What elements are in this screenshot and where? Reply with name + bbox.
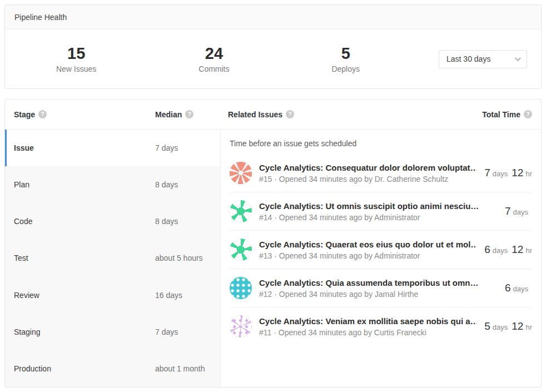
help-icon[interactable]: ?	[286, 110, 294, 118]
related-issues-panel: Time before an issue gets scheduled Cycl…	[220, 130, 541, 387]
stat-new-issues: 15 New Issues	[56, 44, 96, 73]
issue-total-time: 7days12hr	[484, 167, 532, 179]
time-value: 12	[512, 167, 523, 179]
column-header-related-issues: Related Issues ?	[228, 110, 355, 119]
help-icon[interactable]: ?	[524, 110, 532, 118]
author-avatar[interactable]	[230, 315, 252, 338]
stage-median: 8 days	[155, 217, 178, 226]
stage-label: Staging	[5, 328, 155, 336]
table-body: Issue 7 days Plan 8 days Code 8 days Tes…	[5, 130, 541, 387]
time-value: 5	[484, 320, 490, 333]
stage-row-code[interactable]: Code 8 days	[5, 203, 220, 240]
stat-deploys-value: 5	[331, 44, 360, 63]
stat-commits-label: Commits	[198, 64, 229, 73]
stage-row-plan[interactable]: Plan 8 days	[5, 166, 220, 203]
time-unit: hr	[525, 246, 532, 255]
issue-text: Cycle Analytics: Ut omnis suscipit optio…	[259, 201, 497, 221]
stage-row-test[interactable]: Test about 5 hours	[5, 240, 220, 276]
issue-text: Cycle Analytics: Quia assumenda temporib…	[259, 277, 497, 298]
issue-title-link[interactable]: Cycle Analytics: Veniam ex mollitia saep…	[259, 316, 476, 327]
issue-row: Cycle Analytics: Veniam ex mollitia saep…	[230, 307, 532, 345]
stage-nav: Issue 7 days Plan 8 days Code 8 days Tes…	[5, 130, 220, 387]
issue-meta: #12 · Opened 34 minutes ago by Jamal Hir…	[259, 290, 497, 299]
date-range-selected-value: Last 30 days	[446, 54, 490, 63]
issue-meta: #14 · Opened 34 minutes ago by Administr…	[259, 213, 497, 222]
summary-stats: 15 New Issues 24 Commits 5 Deploys	[5, 44, 411, 73]
stage-label: Test	[5, 254, 155, 262]
pipeline-health-header: Pipeline Health	[5, 5, 541, 29]
related-issues-header-label: Related Issues	[228, 110, 282, 119]
issue-title-link[interactable]: Cycle Analytics: Ut omnis suscipit optio…	[259, 201, 497, 212]
issue-text: Cycle Analytics: Quaerat eos eius quo do…	[259, 239, 476, 260]
stage-row-staging[interactable]: Staging 7 days	[5, 314, 220, 350]
time-unit: days	[493, 246, 508, 255]
stage-label: Code	[5, 217, 155, 226]
issue-total-time: 6days	[505, 282, 532, 294]
issue-row: Cycle Analytics: Consequatur dolor dolor…	[230, 154, 532, 192]
issue-row: Cycle Analytics: Quaerat eos eius quo do…	[230, 230, 532, 269]
issue-total-time: 7days	[505, 205, 532, 217]
stat-deploys-label: Deploys	[331, 64, 360, 73]
stage-label: Issue	[7, 143, 155, 152]
issue-title-link[interactable]: Cycle Analytics: Quia assumenda temporib…	[259, 277, 497, 289]
time-value: 7	[484, 167, 490, 179]
date-range-dropdown[interactable]: Last 30 days	[439, 50, 527, 68]
stage-median: about 1 month	[155, 364, 205, 373]
issue-meta: #13 · Opened 34 minutes ago by Administr…	[259, 251, 476, 260]
issue-row: Cycle Analytics: Quia assumenda temporib…	[230, 269, 532, 307]
issue-meta: #11 · Opened 34 minutes ago by Curtis Fr…	[259, 328, 476, 337]
stat-new-issues-value: 15	[56, 44, 96, 63]
issue-total-time: 5days12hr	[484, 320, 532, 333]
stage-row-production[interactable]: Production about 1 month	[5, 350, 220, 387]
column-header-total-time: Total Time ?	[482, 110, 541, 119]
stage-row-review[interactable]: Review 16 days	[5, 277, 220, 314]
stage-label: Production	[5, 364, 155, 373]
author-avatar[interactable]	[230, 200, 252, 222]
issue-title-link[interactable]: Cycle Analytics: Quaerat eos eius quo do…	[259, 239, 476, 250]
time-unit: days	[513, 285, 528, 293]
issue-title-link[interactable]: Cycle Analytics: Consequatur dolor dolor…	[259, 162, 476, 173]
total-time-header-label: Total Time	[482, 110, 520, 119]
issue-meta: #15 · Opened 34 minutes ago by Dr. Cathe…	[259, 175, 476, 183]
author-avatar[interactable]	[230, 277, 252, 299]
issue-list: Cycle Analytics: Consequatur dolor dolor…	[230, 154, 532, 345]
time-unit: hr	[525, 170, 532, 178]
cycle-analytics-card: Stage ? Median ? Related Issues ? Total …	[4, 99, 542, 388]
stage-median: 8 days	[155, 180, 178, 189]
issue-total-time: 6days12hr	[484, 244, 532, 256]
time-unit: days	[493, 323, 508, 331]
chevron-down-icon	[515, 55, 521, 61]
help-icon[interactable]: ?	[185, 110, 193, 118]
author-avatar[interactable]	[230, 162, 252, 184]
help-icon[interactable]: ?	[38, 110, 47, 118]
stat-commits: 24 Commits	[198, 44, 229, 73]
stage-label: Plan	[5, 180, 155, 189]
issue-row: Cycle Analytics: Ut omnis suscipit optio…	[230, 192, 532, 230]
pipeline-health-title: Pipeline Health	[14, 13, 67, 22]
stage-row-issue[interactable]: Issue 7 days	[5, 130, 220, 166]
stage-header-label: Stage	[14, 110, 35, 119]
issue-text: Cycle Analytics: Veniam ex mollitia saep…	[259, 316, 476, 336]
summary-stats-row: 15 New Issues 24 Commits 5 Deploys Last …	[5, 29, 541, 88]
median-header-label: Median	[155, 110, 182, 119]
time-value: 12	[512, 320, 523, 333]
stage-median: about 5 hours	[155, 254, 203, 262]
time-value: 12	[512, 244, 523, 256]
author-avatar[interactable]	[230, 239, 252, 261]
table-header-row: Stage ? Median ? Related Issues ? Total …	[5, 100, 541, 130]
stage-median: 7 days	[155, 328, 178, 336]
active-stage-description: Time before an issue gets scheduled	[221, 130, 541, 154]
stat-commits-value: 24	[198, 44, 229, 63]
time-unit: days	[493, 170, 508, 178]
time-unit: hr	[525, 323, 532, 331]
time-value: 7	[505, 205, 511, 217]
stat-new-issues-label: New Issues	[56, 64, 96, 73]
time-value: 6	[505, 282, 511, 294]
stat-deploys: 5 Deploys	[331, 44, 360, 73]
stage-median: 16 days	[155, 291, 182, 300]
time-value: 6	[484, 244, 490, 256]
pipeline-health-card: Pipeline Health 15 New Issues 24 Commits…	[4, 4, 542, 89]
issue-text: Cycle Analytics: Consequatur dolor dolor…	[259, 162, 476, 183]
stage-median: 7 days	[155, 143, 178, 152]
column-header-median: Median ?	[155, 110, 228, 119]
